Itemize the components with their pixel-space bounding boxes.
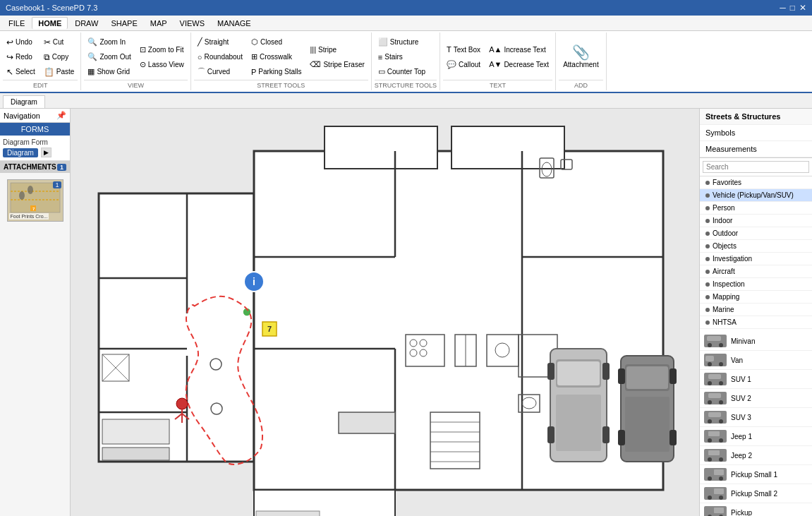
category-inspection[interactable]: Inspection (700, 278, 812, 291)
curved-button[interactable]: ⌒ Curved (194, 65, 246, 79)
svg-point-95 (719, 400, 723, 404)
minimize-button[interactable]: ─ (780, 3, 786, 13)
svg-point-4 (19, 191, 25, 200)
svg-point-102 (708, 438, 712, 443)
straight-button[interactable]: ╱ Straight (194, 35, 246, 49)
symbol-suv2[interactable]: SUV 2 (700, 389, 812, 408)
undo-button[interactable]: ↩ Undo (3, 35, 39, 49)
category-investigation[interactable]: Investigation (700, 253, 812, 265)
crosswalk-button[interactable]: ⊞ Crosswalk (248, 50, 305, 64)
symbol-pickup-small1[interactable]: Pickup Small 1 (700, 465, 812, 484)
category-dot (705, 320, 710, 325)
diagram-tab[interactable]: Diagram (3, 95, 45, 108)
street-col2: ⬡ Closed ⊞ Crosswalk P Parking Stalls (248, 35, 305, 79)
category-person[interactable]: Person (700, 202, 812, 215)
stripe-button[interactable]: ||| Stripe (306, 42, 368, 56)
svg-rect-57 (547, 426, 555, 443)
roundabout-button[interactable]: ○ Roundabout (194, 50, 246, 64)
ribbon-section-text: T Text Box 💬 Callout A▲ Increase Text A▼… (440, 32, 556, 90)
category-mapping[interactable]: Mapping (700, 291, 812, 304)
symbol-label: Van (731, 356, 743, 364)
maximize-button[interactable]: □ (790, 3, 795, 13)
symbol-pickup[interactable]: Pickup (700, 503, 812, 516)
menu-draw[interactable]: DRAW (69, 18, 104, 29)
tab-streets-structures[interactable]: Streets & Structures (700, 109, 812, 125)
zoom-to-fit-button[interactable]: ⊡ Zoom to Fit (136, 42, 188, 56)
menu-map[interactable]: MAP (145, 18, 173, 29)
street-section-label: STREET TOOLS (194, 80, 368, 89)
menu-views[interactable]: VIEWS (174, 18, 210, 29)
nav-pin-button[interactable]: 📌 (56, 111, 66, 120)
structure-controls: ⬜ Structure ≡ Stairs ▭ Counter Top (375, 34, 437, 80)
select-button[interactable]: ↖ Select (3, 65, 39, 79)
symbol-thumb (704, 506, 727, 516)
category-vehicle[interactable]: Vehicle (Pickup/Van/SUV) (700, 189, 812, 202)
category-indoor[interactable]: Indoor (700, 215, 812, 227)
redo-button[interactable]: ↪ Redo (3, 50, 39, 64)
menu-home[interactable]: HOME (32, 17, 68, 29)
category-nhtsa[interactable]: NHTSA (700, 316, 812, 329)
svg-point-91 (719, 381, 723, 385)
category-outdoor[interactable]: Outdoor (700, 227, 812, 240)
decrease-text-button[interactable]: A▼ Decrease Text (485, 57, 552, 71)
parking-stalls-button[interactable]: P Parking Stalls (248, 65, 305, 79)
forms-tab[interactable]: FORMS (0, 123, 70, 136)
menu-manage[interactable]: MANAGE (212, 18, 257, 29)
view-section-label: VIEW (84, 80, 187, 89)
counter-top-button[interactable]: ▭ Counter Top (375, 65, 429, 79)
zoom-in-button[interactable]: 🔍 Zoom In (84, 35, 134, 49)
symbol-label: SUV 2 (731, 395, 751, 402)
stairs-button[interactable]: ≡ Stairs (375, 50, 429, 64)
ribbon-section-street: ╱ Straight ○ Roundabout ⌒ Curved ⬡ Close… (191, 32, 372, 90)
symbol-van[interactable]: Van (700, 351, 812, 370)
category-dot (705, 308, 710, 312)
canvas-area[interactable]: i 7 (71, 109, 699, 516)
svg-point-94 (708, 400, 712, 404)
left-panel: Navigation 📌 FORMS Diagram Form Diagram … (0, 109, 71, 516)
symbol-jeep1[interactable]: Jeep 1 (700, 427, 812, 446)
symbol-pickup-small2[interactable]: Pickup Small 2 (700, 484, 812, 503)
category-label: Marine (713, 306, 734, 313)
symbol-suv1[interactable]: SUV 1 (700, 370, 812, 389)
structure-button[interactable]: ⬜ Structure (375, 35, 429, 49)
tab-symbols[interactable]: Symbols (700, 125, 812, 141)
svg-rect-50 (102, 448, 169, 460)
svg-point-87 (719, 362, 723, 366)
show-grid-button[interactable]: ▦ Show Grid (84, 65, 134, 79)
increase-text-button[interactable]: A▲ Increase Text (485, 42, 552, 56)
diagram-form-label: Diagram Form (3, 138, 67, 146)
form-expand-button[interactable]: ▶ (41, 148, 51, 157)
symbol-label: Pickup Small 2 (731, 490, 777, 498)
category-dot (705, 295, 710, 299)
cut-button[interactable]: ✂ Cut (40, 35, 78, 49)
paste-button[interactable]: 📋 Paste (40, 65, 78, 79)
symbol-minivan[interactable]: Minivan (700, 332, 812, 351)
stripe-eraser-button[interactable]: ⌫ Stripe Eraser (306, 57, 368, 71)
menu-shape[interactable]: SHAPE (105, 18, 143, 29)
symbol-thumb (704, 335, 727, 347)
title-bar-text: Casebook1 - ScenePD 7.3 (6, 4, 97, 12)
attachment-thumbnail[interactable]: 7 1 Foot Prints Cro... (7, 179, 63, 222)
callout-button[interactable]: 💬 Callout (443, 57, 484, 71)
svg-point-99 (719, 419, 723, 424)
symbol-jeep2[interactable]: Jeep 2 (700, 446, 812, 465)
tab-measurements[interactable]: Measurements (700, 141, 812, 157)
street-col1: ╱ Straight ○ Roundabout ⌒ Curved (194, 35, 246, 79)
zoom-out-button[interactable]: 🔍 Zoom Out (84, 50, 134, 64)
symbol-suv3[interactable]: SUV 3 (700, 408, 812, 427)
lasso-view-button[interactable]: ⊙ Lasso View (136, 57, 188, 71)
category-aircraft[interactable]: Aircraft (700, 265, 812, 278)
attachment-button[interactable]: 📎 Attachment (559, 37, 603, 77)
menu-file[interactable]: FILE (3, 18, 30, 29)
copy-button[interactable]: ⧉ Copy (40, 50, 78, 64)
category-favorites[interactable]: Favorites (700, 176, 812, 189)
category-objects[interactable]: Objects (700, 240, 812, 253)
category-dot (705, 257, 710, 261)
category-marine[interactable]: Marine (700, 304, 812, 316)
search-input[interactable] (703, 161, 809, 173)
ribbon-section-view: 🔍 Zoom In 🔍 Zoom Out ▦ Show Grid ⊡ Zoom … (81, 32, 190, 90)
closed-button[interactable]: ⬡ Closed (248, 35, 305, 49)
text-box-button[interactable]: T Text Box (443, 42, 484, 56)
svg-point-72 (176, 398, 188, 409)
close-button[interactable]: ✕ (799, 3, 806, 13)
